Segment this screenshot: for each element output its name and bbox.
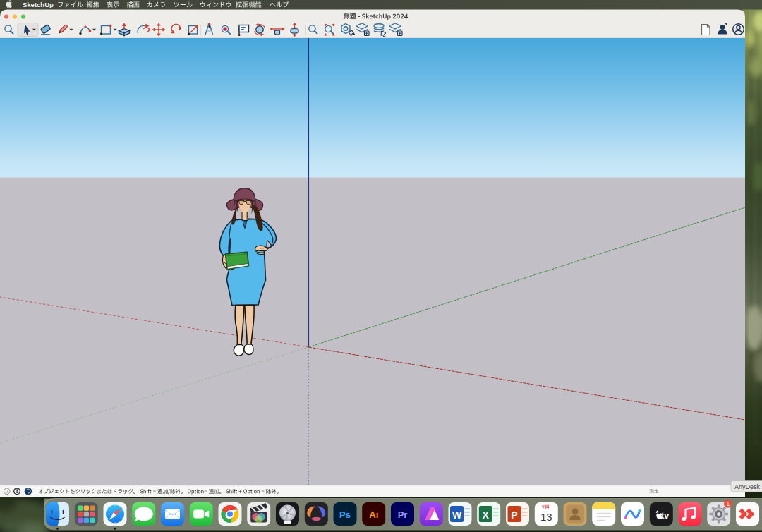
svg-text:W: W [452,509,462,521]
svg-text:Ai: Ai [369,509,378,520]
svg-text:?: ? [6,489,8,494]
svg-text:X: X [483,509,490,521]
svg-text:AnyDesk: AnyDesk [734,483,761,490]
svg-text:P: P [511,509,517,521]
svg-text:13: 13 [540,511,552,523]
svg-text:tv: tv [661,511,669,521]
svg-text:i: i [16,488,18,495]
svg-text:Ps: Ps [339,509,351,520]
svg-text:Pr: Pr [398,509,408,520]
svg-text:1: 1 [726,500,730,507]
svg-text:SketchUp: SketchUp [23,1,54,8]
